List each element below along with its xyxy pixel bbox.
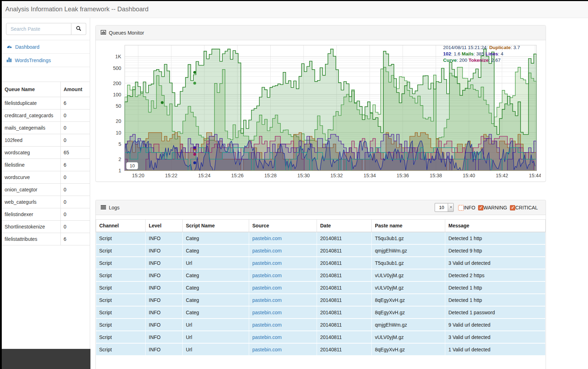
cell: INFO — [146, 306, 183, 319]
queues-monitor-heading: Queues Monitor — [96, 25, 546, 40]
cell: wordscurve — [2, 171, 61, 184]
cell: Detected 2 https — [445, 269, 546, 281]
queue-table: Queue NameAmount filelistduplicate6credi… — [2, 82, 90, 245]
cell: Categ — [183, 281, 249, 294]
source-link[interactable]: pastebin.com — [252, 347, 282, 352]
svg-text:100: 100 — [113, 92, 122, 97]
legend-segment: : 1.6 — [451, 51, 462, 56]
svg-text:1: 1 — [118, 168, 121, 173]
svg-text:15:36: 15:36 — [396, 173, 409, 178]
cell: pastebin.com — [249, 269, 317, 281]
legend-segment: Curve — [443, 58, 457, 63]
cell: 20140811 — [317, 244, 372, 257]
legend-segment: Duplicate — [489, 45, 511, 50]
legend-segment: : 385 — [474, 51, 486, 56]
cell: 8qEgyXvH.gz — [372, 306, 445, 319]
cell: 20140811 — [317, 319, 372, 331]
cell: pastebin.com — [249, 281, 317, 294]
column-header: Date — [317, 220, 372, 232]
queue-row: wordscateg65 — [2, 147, 90, 159]
svg-text:15:34: 15:34 — [364, 173, 376, 178]
sidebar-item-dashboard[interactable]: Dashboard — [2, 40, 90, 54]
cell: qmjgEhWm.gz — [372, 244, 445, 257]
svg-text:15:26: 15:26 — [231, 173, 243, 178]
sidebar-item-label: WordsTrendings — [15, 58, 51, 63]
cell: Script — [96, 319, 146, 331]
log-row: ScriptINFOUrlpastebin.com201408118qEgyXv… — [96, 343, 546, 356]
source-link[interactable]: pastebin.com — [252, 273, 282, 278]
sidebar-bottom-backdrop — [2, 349, 90, 369]
panel-title: Logs — [109, 205, 119, 210]
cell: 6 — [61, 233, 90, 245]
source-link[interactable]: pastebin.com — [252, 285, 282, 291]
cell: filelistline — [2, 159, 61, 171]
bar-chart-icon — [7, 58, 12, 63]
logs-panel: Logs 10 INFOWARNINGCRITICAL ChannelLevel… — [95, 200, 546, 369]
legend-segment: Mails — [462, 51, 474, 56]
cell: Script — [96, 281, 146, 294]
cell: 20140811 — [317, 281, 372, 294]
cell: Categ — [183, 294, 249, 306]
column-header: Message — [445, 220, 546, 232]
source-link[interactable]: pastebin.com — [252, 310, 282, 315]
cell: Script — [96, 294, 146, 306]
queue-row: filelistattributes6 — [2, 233, 90, 245]
cell: 0 — [61, 196, 90, 208]
filter-checkbox-warning[interactable] — [478, 205, 483, 210]
column-header: Queue Name — [2, 82, 61, 97]
legend-segment: : 2.67 — [489, 58, 501, 63]
svg-text:15:42: 15:42 — [496, 173, 508, 178]
sidebar-item-wordstrendings[interactable]: WordsTrendings — [2, 54, 90, 67]
cell: INFO — [146, 244, 183, 257]
filter-label: CRITICAL — [515, 205, 538, 210]
source-link[interactable]: pastebin.com — [252, 260, 282, 266]
log-row: ScriptINFOCategpastebin.com20140811qmjgE… — [96, 244, 546, 257]
cell: 20140811 — [317, 306, 372, 319]
source-link[interactable]: pastebin.com — [252, 236, 282, 241]
cell: 6 — [61, 97, 90, 109]
filter-checkbox-critical[interactable] — [510, 205, 515, 210]
svg-text:200: 200 — [113, 81, 122, 86]
cell: Url — [183, 331, 249, 343]
cell: 0 — [61, 134, 90, 147]
column-header: Script Name — [183, 220, 249, 232]
svg-text:2: 2 — [118, 156, 121, 162]
cell: 3 Valid url detected — [445, 331, 546, 343]
filter-checkbox-info[interactable] — [458, 205, 464, 210]
search-icon — [76, 26, 81, 32]
filter-label: WARNING — [483, 205, 507, 210]
cell: 20140811 — [317, 343, 372, 356]
legend-line: 2014/08/11 15:21:24: Duplicate: 3.7 — [443, 44, 520, 51]
cell: Detected 9 http — [445, 244, 546, 257]
page-size-select[interactable]: 10 — [435, 203, 454, 212]
cell: 1 Valid url detected — [445, 343, 546, 356]
source-link[interactable]: pastebin.com — [252, 322, 282, 328]
search-input[interactable] — [6, 23, 71, 35]
log-level-filters: INFOWARNINGCRITICAL — [458, 205, 541, 210]
cell: 20140811 — [317, 269, 372, 281]
cell: INFO — [146, 281, 183, 294]
source-link[interactable]: pastebin.com — [252, 334, 282, 340]
svg-text:1K: 1K — [115, 54, 122, 59]
search-button[interactable] — [71, 23, 86, 35]
cell: 20140811 — [317, 331, 372, 343]
cell: Script — [96, 306, 146, 319]
queue-row: web_categurls0 — [2, 196, 90, 208]
svg-text:20: 20 — [116, 118, 121, 124]
column-header: Amount — [61, 82, 90, 97]
queue-table-body: filelistduplicate6creditcard_categcards0… — [2, 97, 90, 245]
queue-row: filelistindexer0 — [2, 208, 90, 221]
legend-line: Curve: 200 Tokenize: 2.67 — [443, 57, 520, 64]
legend-segment: : 4 — [498, 51, 503, 56]
cell: Script — [96, 269, 146, 281]
queue-row: Shortlinestokenize0 — [2, 221, 90, 233]
cell: INFO — [146, 269, 183, 281]
svg-text:50: 50 — [116, 103, 121, 109]
source-link[interactable]: pastebin.com — [252, 297, 282, 303]
cell: 6 — [61, 159, 90, 171]
cell: Detected 1 http — [445, 294, 546, 306]
column-header: Paste name — [372, 220, 445, 232]
cell: qmjgEhWm.gz — [372, 319, 445, 331]
source-link[interactable]: pastebin.com — [252, 248, 282, 254]
column-header: Channel — [96, 220, 146, 232]
